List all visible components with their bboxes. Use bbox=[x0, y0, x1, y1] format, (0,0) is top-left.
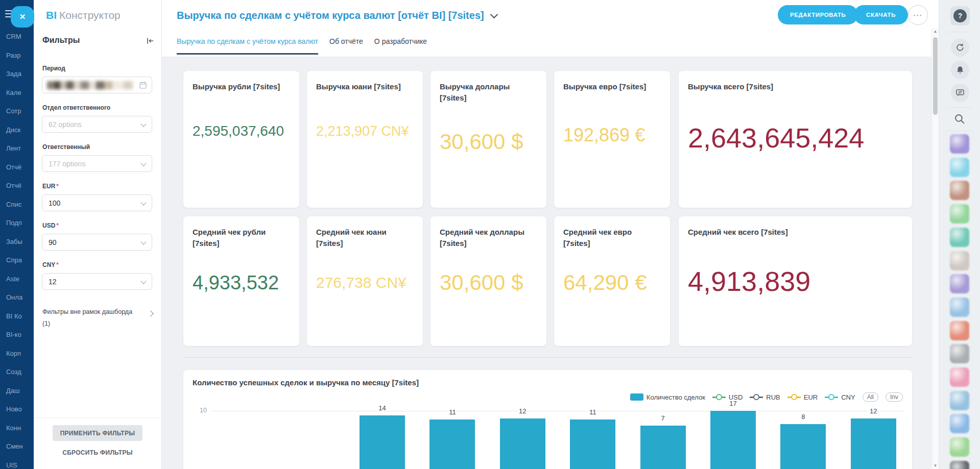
divider bbox=[946, 131, 973, 131]
sidebar-item-7[interactable]: Лент bbox=[6, 144, 34, 152]
kpi-card-value: 276,738 CN¥ bbox=[316, 274, 407, 291]
sidebar-item-14[interactable]: Aste bbox=[6, 275, 34, 283]
kpi-card-value: 2,213,907 CN¥ bbox=[316, 123, 409, 139]
sidebar-item-16[interactable]: BI Ко bbox=[6, 312, 34, 320]
bar-month-6[interactable] bbox=[710, 411, 756, 469]
sidebar-item-22[interactable]: Конн bbox=[6, 424, 34, 432]
more-actions-button[interactable]: ⋯ bbox=[908, 5, 928, 25]
cny-field[interactable]: 12 bbox=[42, 273, 152, 290]
sidebar-item-24[interactable]: UIS bbox=[6, 461, 34, 469]
tab-about-developer[interactable]: О разработчике bbox=[374, 35, 427, 53]
usd-field[interactable]: 90 bbox=[42, 234, 152, 251]
sidebar-item-15[interactable]: Онла bbox=[6, 293, 34, 301]
kpi-card-value: 192,869 € bbox=[563, 125, 645, 146]
help-button[interactable]: ? bbox=[950, 6, 970, 26]
sidebar-item-11[interactable]: Подп bbox=[6, 219, 34, 227]
sidebar-item-23[interactable]: Смен bbox=[6, 442, 34, 450]
legend-item-deals-count[interactable]: Количество сделок bbox=[630, 393, 705, 401]
download-button[interactable]: СКАЧАТЬ bbox=[854, 5, 908, 24]
sidebar-item-3[interactable]: Зада bbox=[6, 70, 34, 78]
sidebar-item-12[interactable]: Забы bbox=[6, 238, 34, 245]
tab-revenue-by-deals[interactable]: Выручка по сделкам с учётом курса валют bbox=[177, 35, 318, 55]
kpi-card-title: Выручка доллары [7sites] bbox=[440, 81, 529, 104]
app-icon-7[interactable] bbox=[950, 274, 969, 293]
legend-all-button[interactable]: All bbox=[863, 392, 878, 402]
app-icon-15[interactable] bbox=[950, 461, 969, 469]
required-mark: * bbox=[56, 222, 59, 229]
collapse-panel-icon[interactable] bbox=[146, 37, 155, 47]
legend-item-CNY[interactable]: CNY bbox=[825, 393, 855, 401]
eur-field[interactable]: 100 bbox=[42, 194, 152, 211]
chevron-down-icon bbox=[140, 160, 146, 166]
scroll-down-arrow-icon[interactable]: ▼ bbox=[932, 463, 939, 468]
sidebar-item-21[interactable]: Ново bbox=[6, 405, 34, 413]
eur-label: EUR* bbox=[42, 183, 59, 190]
sidebar-item-13[interactable]: Спра bbox=[6, 256, 34, 264]
right-icon-rail: ? bbox=[939, 0, 980, 469]
app-icon-10[interactable] bbox=[950, 344, 969, 363]
bar-value-label: 12 bbox=[500, 407, 545, 415]
bar-value-label: 11 bbox=[570, 408, 615, 416]
report-title-dropdown[interactable]: Выручка по сделкам с учётом курса валют … bbox=[177, 10, 497, 21]
kpi-card: Средний чек юани [7sites]276,738 CN¥ bbox=[307, 216, 423, 346]
kpi-card-title: Средний чек всего [7sites] bbox=[688, 227, 788, 238]
vertical-scrollbar[interactable]: ▲ ▼ bbox=[931, 28, 939, 469]
calendar-icon[interactable] bbox=[139, 81, 147, 91]
app-icon-3[interactable] bbox=[950, 181, 969, 200]
bar-month-4[interactable] bbox=[570, 419, 615, 469]
scrollbar-thumb[interactable] bbox=[933, 37, 938, 115]
sidebar-item-1[interactable]: CRM bbox=[6, 33, 34, 40]
notifications-button[interactable] bbox=[951, 61, 969, 79]
sidebar-item-20[interactable]: Даш bbox=[6, 387, 34, 394]
tab-about-report[interactable]: Об отчёте bbox=[329, 35, 363, 53]
sidebar-item-18[interactable]: Корп bbox=[6, 350, 34, 357]
bar-month-7[interactable] bbox=[780, 424, 826, 469]
responsible-label: Ответственный bbox=[42, 143, 90, 151]
department-select[interactable]: 62 options bbox=[42, 116, 152, 133]
outside-dashboard-filters-link[interactable]: Фильтры вне рамок дашборда (1) bbox=[42, 306, 133, 330]
app-icon-14[interactable] bbox=[950, 437, 969, 457]
sidebar-item-4[interactable]: Кале bbox=[6, 89, 34, 96]
app-icon-6[interactable] bbox=[950, 251, 969, 270]
sidebar-item-17[interactable]: BI-ко bbox=[6, 331, 34, 338]
kpi-card: Средний чек рубли [7sites]4,933,532 bbox=[183, 216, 299, 346]
edit-button[interactable]: РЕДАКТИРОВАТЬ bbox=[778, 5, 858, 24]
legend-inv-button[interactable]: Inv bbox=[886, 392, 903, 402]
search-button[interactable] bbox=[953, 112, 966, 128]
refresh-button[interactable] bbox=[951, 38, 969, 57]
reset-filters-button[interactable]: СБРОСИТЬ ФИЛЬТРЫ bbox=[34, 449, 161, 457]
sidebar-item-10[interactable]: Спис bbox=[6, 201, 34, 208]
line-marker-icon bbox=[787, 393, 801, 401]
sidebar-item-6[interactable]: Диск bbox=[6, 126, 34, 134]
bar-month-8[interactable] bbox=[851, 418, 896, 469]
app-icon-11[interactable] bbox=[950, 367, 969, 387]
chevron-right-icon[interactable] bbox=[147, 310, 154, 317]
close-button[interactable]: ✕ bbox=[11, 6, 34, 28]
bar-month-5[interactable] bbox=[640, 426, 686, 469]
app-icon-5[interactable] bbox=[950, 228, 969, 247]
sidebar-item-9[interactable]: Отчё bbox=[6, 182, 34, 189]
sidebar-item-5[interactable]: Сотр bbox=[6, 107, 34, 115]
messages-button[interactable] bbox=[951, 84, 969, 102]
apply-filters-button[interactable]: ПРИМЕНИТЬ ФИЛЬТРЫ bbox=[53, 425, 142, 441]
app-icon-12[interactable] bbox=[950, 391, 969, 410]
responsible-select[interactable]: 177 options bbox=[42, 155, 152, 172]
app-icon-13[interactable] bbox=[950, 414, 969, 433]
bar-month-3[interactable] bbox=[500, 418, 545, 469]
sidebar-item-19[interactable]: Созд bbox=[6, 368, 34, 376]
period-label: Период bbox=[42, 65, 65, 72]
bar-month-2[interactable] bbox=[429, 419, 475, 469]
app-icon-4[interactable] bbox=[950, 204, 969, 224]
app-icon-8[interactable] bbox=[950, 298, 969, 317]
period-input[interactable] bbox=[42, 77, 152, 93]
scroll-up-arrow-icon[interactable]: ▲ bbox=[932, 29, 939, 34]
sidebar-item-2[interactable]: Разр bbox=[6, 52, 34, 59]
bar-value-label: 17 bbox=[710, 400, 756, 407]
app-icon-9[interactable] bbox=[950, 321, 969, 340]
legend-item-EUR[interactable]: EUR bbox=[787, 393, 818, 401]
app-icon-2[interactable] bbox=[950, 158, 969, 177]
line-marker-icon bbox=[825, 393, 838, 401]
app-icon-1[interactable] bbox=[950, 134, 969, 154]
bar-month-1[interactable] bbox=[360, 415, 405, 469]
sidebar-item-8[interactable]: Отчё bbox=[6, 163, 34, 171]
